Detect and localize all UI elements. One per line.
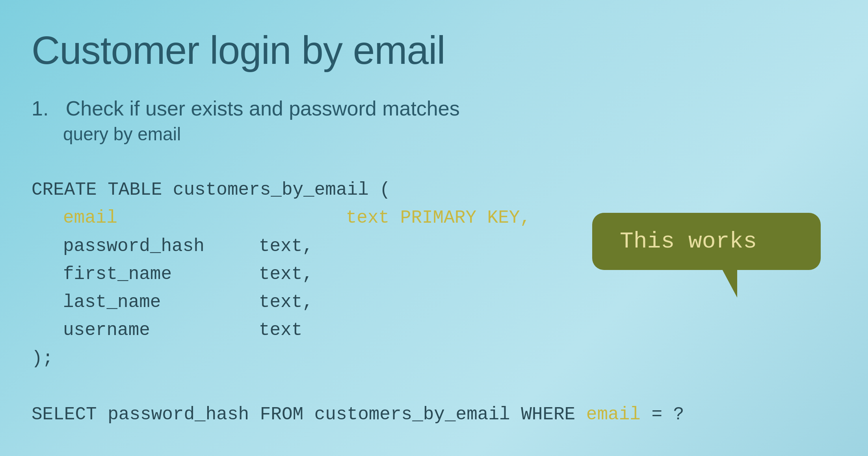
- select-prefix: SELECT password_hash FROM customers_by_e…: [32, 404, 586, 425]
- code-lastname-row: last_name text,: [32, 288, 836, 316]
- select-line: SELECT password_hash FROM customers_by_e…: [32, 404, 836, 425]
- speech-bubble-text: This works: [620, 229, 757, 254]
- sub-point-1: query by email: [63, 123, 836, 145]
- numbered-point-1: 1. Check if user exists and password mat…: [32, 97, 836, 120]
- slide-title: Customer login by email: [32, 28, 836, 73]
- code-email-type: text PRIMARY KEY,: [346, 208, 531, 228]
- select-email-highlight: email: [586, 404, 641, 425]
- code-email-field: email: [63, 208, 117, 228]
- code-closing: );: [32, 348, 53, 369]
- select-suffix: = ?: [641, 404, 684, 425]
- code-create-line: CREATE TABLE customers_by_email (: [32, 180, 390, 200]
- speech-bubble: This works: [592, 213, 821, 270]
- code-block: CREATE TABLE customers_by_email ( email …: [32, 176, 836, 373]
- point-number: 1.: [32, 97, 48, 120]
- slide-content: Customer login by email 1. Check if user…: [0, 0, 868, 456]
- code-email-spacing: [128, 208, 335, 228]
- point-text: Check if user exists and password matche…: [66, 97, 460, 120]
- code-username-row: username text: [32, 316, 836, 344]
